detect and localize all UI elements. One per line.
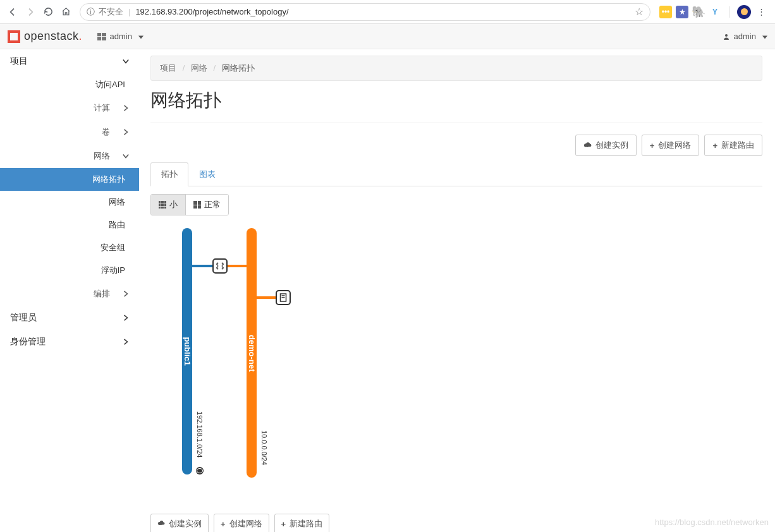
home-button[interactable]	[57, 3, 75, 21]
plus-icon: +	[281, 519, 286, 529]
instance-node[interactable]	[276, 290, 291, 305]
extension-icon[interactable]: ★	[676, 6, 688, 18]
network-bar-demo-net[interactable]: demo-net	[247, 228, 257, 478]
grid-large-icon	[193, 201, 201, 209]
tab-graph[interactable]: 图表	[188, 162, 226, 186]
globe-icon	[196, 467, 204, 475]
network-name: public1	[183, 337, 192, 366]
create-router-button-bottom[interactable]: + 新建路由	[274, 514, 330, 532]
content-area: 项目 / 网络 / 网络拓扑 网络拓扑 创建实例 + 创建网络 + 新建路由 拓…	[139, 49, 775, 532]
breadcrumb-project[interactable]: 项目	[160, 63, 176, 73]
sidebar: 项目 访问API 计算 卷 网络 网络拓扑 网络 路由 安全组 浮动IP 编排 …	[0, 49, 139, 532]
sidebar-item-orchestration[interactable]: 编排	[0, 282, 139, 306]
back-button[interactable]	[4, 3, 21, 21]
server-icon	[279, 293, 287, 302]
chevron-down-icon	[762, 32, 767, 41]
person-icon	[723, 33, 730, 40]
chevron-right-icon	[123, 128, 129, 137]
create-network-button-bottom[interactable]: + 创建网络	[214, 514, 269, 532]
cloud-upload-icon	[583, 142, 592, 150]
chevron-right-icon	[123, 104, 129, 113]
size-normal-button[interactable]: 正常	[185, 195, 228, 215]
sidebar-item-routers[interactable]: 路由	[0, 214, 139, 236]
evernote-icon[interactable]: 🐘	[692, 6, 705, 18]
profile-avatar[interactable]	[737, 5, 751, 19]
brand-text: openstack	[24, 30, 79, 43]
browser-toolbar: ⓘ 不安全 | 192.168.93.200/project/network_t…	[0, 0, 775, 24]
url-text: 192.168.93.200/project/network_topology/	[135, 7, 288, 16]
project-name: admin	[110, 32, 132, 41]
chevron-down-icon	[138, 32, 143, 41]
openstack-logo-icon	[8, 30, 20, 43]
launch-instance-button[interactable]: 创建实例	[575, 135, 637, 156]
sidebar-item-network[interactable]: 网络	[0, 144, 139, 168]
sidebar-item-access-api[interactable]: 访问API	[0, 73, 139, 96]
svg-point-0	[725, 34, 728, 37]
sidebar-item-volume[interactable]: 卷	[0, 120, 139, 144]
forward-button[interactable]	[21, 3, 39, 21]
sidebar-item-networks[interactable]: 网络	[0, 191, 139, 214]
view-tabs: 拓扑 图表	[150, 162, 762, 186]
size-toggle: 小 正常	[150, 194, 229, 215]
extension-icon[interactable]: Y	[709, 6, 721, 18]
browser-menu-button[interactable]: ⋮	[755, 7, 767, 16]
router-icon	[216, 262, 224, 270]
sidebar-item-admin[interactable]: 管理员	[0, 306, 139, 330]
bottom-actions: 创建实例 + 创建网络 + 新建路由	[150, 514, 762, 532]
tab-topology[interactable]: 拓扑	[150, 162, 188, 186]
breadcrumb: 项目 / 网络 / 网络拓扑	[150, 56, 762, 81]
chevron-right-icon	[123, 337, 129, 347]
project-selector[interactable]: admin	[97, 32, 143, 41]
bookmark-star-icon[interactable]: ☆	[635, 6, 644, 18]
plus-icon: +	[712, 141, 717, 150]
sidebar-item-project[interactable]: 项目	[0, 49, 139, 73]
sidebar-item-compute[interactable]: 计算	[0, 96, 139, 120]
breadcrumb-current: 网络拓扑	[222, 63, 255, 73]
chevron-right-icon	[123, 313, 129, 323]
openstack-logo[interactable]: openstack.	[8, 30, 82, 43]
user-menu[interactable]: admin	[723, 32, 767, 41]
security-label: 不安全	[99, 6, 123, 18]
plus-icon: +	[221, 519, 226, 529]
cidr-label: 192.168.1.0/24	[196, 411, 204, 457]
extension-icon[interactable]: •••	[659, 6, 672, 18]
plus-icon: +	[650, 141, 655, 150]
size-small-button[interactable]: 小	[151, 195, 185, 215]
info-icon: ⓘ	[87, 6, 95, 18]
create-network-button[interactable]: + 创建网络	[642, 135, 700, 156]
openstack-topbar: openstack. admin admin	[0, 24, 775, 49]
project-icon	[97, 33, 106, 40]
top-actions: 创建实例 + 创建网络 + 新建路由	[150, 135, 762, 156]
chevron-right-icon	[123, 289, 129, 299]
user-name: admin	[734, 32, 756, 41]
topology-canvas[interactable]: public1 192.168.1.0/24 demo-net 10.0.0.0…	[150, 228, 762, 506]
breadcrumb-network[interactable]: 网络	[191, 63, 207, 73]
chevron-down-icon	[123, 152, 129, 161]
sidebar-item-identity[interactable]: 身份管理	[0, 330, 139, 354]
address-bar[interactable]: ⓘ 不安全 | 192.168.93.200/project/network_t…	[80, 3, 650, 21]
sidebar-item-floating-ips[interactable]: 浮动IP	[0, 259, 139, 282]
create-router-button[interactable]: + 新建路由	[704, 135, 762, 156]
cloud-upload-icon	[157, 520, 165, 528]
network-bar-public1[interactable]: public1	[182, 228, 192, 475]
grid-small-icon	[159, 201, 166, 209]
launch-instance-button-bottom[interactable]: 创建实例	[150, 514, 209, 532]
chevron-down-icon	[123, 56, 129, 66]
page-title: 网络拓扑	[150, 88, 762, 112]
extension-icons: ••• ★ 🐘 Y ⋮	[656, 5, 771, 19]
reload-button[interactable]	[39, 3, 57, 21]
connector-line	[192, 265, 214, 267]
network-name: demo-net	[247, 334, 257, 372]
connector-line	[225, 265, 247, 267]
sidebar-item-security-groups[interactable]: 安全组	[0, 236, 139, 259]
sidebar-item-network-topology[interactable]: 网络拓扑	[0, 168, 139, 191]
cidr-label: 10.0.0.0/24	[260, 430, 268, 465]
router-node[interactable]	[212, 258, 228, 274]
